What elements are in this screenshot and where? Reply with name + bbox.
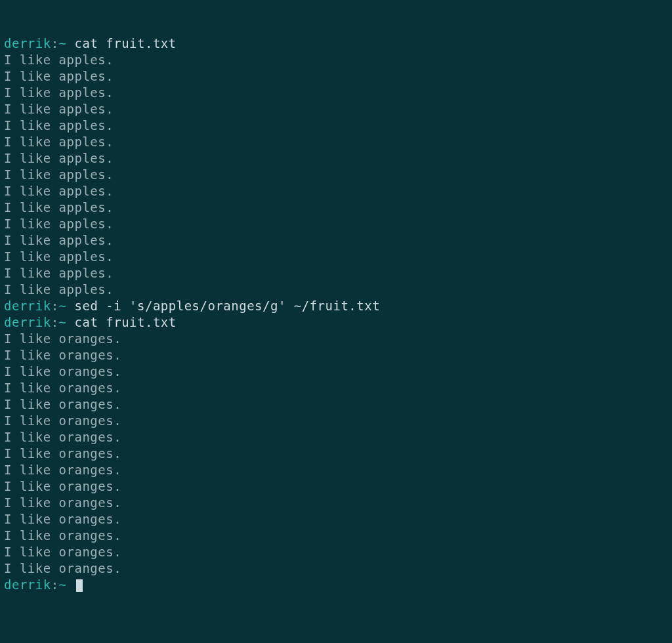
command-text: cat fruit.txt — [75, 36, 177, 51]
command-text: cat fruit.txt — [75, 315, 177, 329]
prompt-sep: : — [51, 299, 59, 313]
output-line: I like oranges. — [4, 429, 668, 446]
output-line: I like oranges. — [4, 331, 668, 347]
output-line: I like apples. — [4, 68, 668, 85]
prompt-sep: : — [51, 315, 59, 329]
prompt-path: ~ — [59, 577, 67, 592]
terminal[interactable]: derrik:~ cat fruit.txtI like apples.I li… — [0, 0, 672, 612]
output-line: I like apples. — [4, 183, 668, 199]
output-line: I like apples. — [4, 101, 668, 117]
output-line: I like oranges. — [4, 363, 668, 380]
output-line: I like apples. — [4, 134, 668, 150]
prompt-user: derrik — [4, 299, 51, 313]
output-line: I like oranges. — [4, 495, 668, 511]
prompt-sep: : — [51, 577, 59, 592]
prompt-path: ~ — [59, 315, 67, 329]
output-line: I like apples. — [4, 216, 668, 232]
output-line: I like oranges. — [4, 544, 668, 560]
output-line: I like oranges. — [4, 396, 668, 413]
output-line: I like oranges. — [4, 528, 668, 544]
output-line: I like apples. — [4, 150, 668, 167]
output-line: I like apples. — [4, 199, 668, 216]
prompt-path: ~ — [59, 299, 67, 313]
output-line: I like oranges. — [4, 413, 668, 429]
terminal-content: derrik:~ cat fruit.txtI like apples.I li… — [4, 35, 668, 593]
prompt-line: derrik:~ cat fruit.txt — [4, 35, 668, 52]
output-line: I like oranges. — [4, 347, 668, 363]
output-line: I like apples. — [4, 232, 668, 249]
output-line: I like apples. — [4, 85, 668, 101]
output-line: I like oranges. — [4, 511, 668, 528]
output-line: I like apples. — [4, 249, 668, 265]
output-line: I like oranges. — [4, 478, 668, 495]
prompt-path: ~ — [59, 36, 67, 51]
prompt-line: derrik:~ — [4, 577, 668, 593]
prompt-user: derrik — [4, 36, 51, 51]
output-line: I like oranges. — [4, 462, 668, 478]
output-line: I like oranges. — [4, 446, 668, 462]
output-line: I like apples. — [4, 117, 668, 134]
prompt-user: derrik — [4, 577, 51, 592]
command-text: sed -i 's/apples/oranges/g' ~/fruit.txt — [75, 299, 381, 313]
output-line: I like oranges. — [4, 380, 668, 396]
prompt-user: derrik — [4, 315, 51, 329]
output-line: I like oranges. — [4, 560, 668, 577]
output-line: I like apples. — [4, 281, 668, 298]
prompt-sep: : — [51, 36, 59, 51]
cursor-block — [76, 579, 83, 592]
output-line: I like apples. — [4, 52, 668, 68]
output-line: I like apples. — [4, 167, 668, 183]
prompt-line: derrik:~ sed -i 's/apples/oranges/g' ~/f… — [4, 298, 668, 314]
output-line: I like apples. — [4, 265, 668, 281]
prompt-line: derrik:~ cat fruit.txt — [4, 314, 668, 331]
